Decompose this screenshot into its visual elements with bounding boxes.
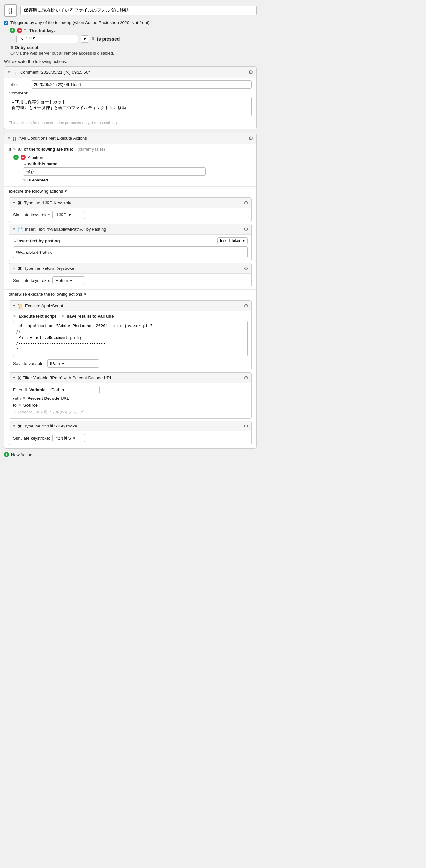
nested-keystroke-s-label: Type the ⌥⇧⌘S Keystroke [24, 424, 77, 429]
filter-sort: ⇅ [25, 388, 27, 392]
if-block-header: ▼ {} If All Conditions Met Execute Actio… [4, 133, 256, 144]
is-enabled-label: is enabled [27, 178, 48, 183]
applescript-triangle[interactable]: ▼ [12, 304, 15, 308]
nested-body-s: Simulate keystroke: ⌥⇧⌘S ▾ [9, 431, 252, 445]
nested-insert-header: ▼ 📄 Insert Text "%Variable%fPath%" by Pa… [9, 224, 252, 235]
key-value-1: ⇧⌘G [55, 212, 66, 217]
applescript-header: ▼ 📜 Execute AppleScript ⚙ [9, 301, 252, 311]
trigger-checkbox[interactable] [4, 21, 8, 25]
app-header: {} [4, 4, 257, 17]
simulate-label-3: Simulate keystroke: [13, 278, 50, 283]
with-sort: ⇅ [23, 396, 25, 400]
if-block: ▼ {} If All Conditions Met Execute Actio… [4, 133, 257, 449]
execute-triangle[interactable]: ▾ [65, 189, 67, 193]
if-keyword: If [9, 147, 11, 152]
insert-token-button[interactable]: Insert Token ▾ [217, 237, 248, 244]
nested-return-label: Type the Return Keystroke [24, 266, 74, 271]
nested-triangle-3[interactable]: ▼ [12, 267, 15, 270]
remove-condition-button[interactable]: − [21, 155, 26, 160]
to-value: Source [24, 403, 38, 408]
nested-insert-label: Insert Text "%Variable%fPath%" by Pastin… [25, 227, 106, 232]
pressed-sort-icon: ⇅ [92, 37, 94, 41]
nested-triangle-2[interactable]: ▼ [12, 227, 15, 231]
applescript-icon: 📜 [18, 303, 23, 309]
applescript-gear[interactable]: ⚙ [243, 303, 248, 309]
applescript-textarea[interactable]: tell application "Adobe Photoshop 2020" … [13, 320, 248, 356]
insert-icon: 📄 [18, 227, 23, 232]
filter-gear[interactable]: ⚙ [243, 375, 248, 381]
hotkey-dropdown-button[interactable]: ▾ [81, 35, 89, 43]
if-collapse-triangle[interactable]: ▼ [7, 136, 11, 140]
keystroke-select-s[interactable]: ⌥⇧⌘S ▾ [53, 434, 85, 442]
app-icon: {} [4, 4, 17, 17]
or-script-row: ⇅ Or by script. [10, 45, 257, 50]
insert-text-input[interactable] [13, 246, 248, 258]
comment-gear-button[interactable]: ⚙ [249, 69, 253, 75]
sort-icon: ⇅ [24, 28, 27, 33]
comment-textarea[interactable]: WEB用に保存ショートカット 保存時にもう一度押すと現在のファイルディレクトリに… [9, 97, 252, 116]
button-name-input[interactable] [23, 167, 205, 176]
comment-action-body: Title: Comment: WEB用に保存ショートカット 保存時にもう一度押… [4, 78, 256, 129]
execute-label: execute the following actions ▾ [4, 186, 256, 195]
key-dropdown-arrow-1[interactable]: ▾ [69, 212, 71, 217]
currently-false-label: (currently false) [78, 147, 105, 152]
hotkey-label: This hot key: [29, 28, 55, 33]
if-condition-row: If ⇅ all of the following are true: (cur… [4, 144, 256, 153]
filter-variable-value: fPath [51, 388, 60, 392]
nested-keystroke-label-1: Type the ⇧⌘G Keystroke [24, 200, 73, 205]
keystroke-select-1[interactable]: ⇧⌘G ▾ [53, 211, 85, 219]
filter-header: ▼ X Filter Variable "fPath" with Percent… [9, 373, 252, 383]
with-value-label: Percent Decode URL [27, 396, 69, 401]
path-placeholder: ~/Desktop/テスト用フォルダ/青フォルダ [13, 409, 248, 416]
execute-label-text: execute the following actions [9, 189, 63, 193]
title-field-input[interactable] [31, 81, 252, 89]
doc-note: This action is for documentation purpose… [9, 119, 252, 126]
nested-gear-3[interactable]: ⚙ [243, 265, 248, 271]
nested-gear-2[interactable]: ⚙ [243, 226, 248, 232]
exec-sort: ⇅ [13, 314, 16, 318]
comment-label: Comment: [9, 91, 252, 95]
nested-action-keystroke-opt-shift-cmd-s: ▼ ⌘ Type the ⌥⇧⌘S Keystroke ⚙ Simulate k… [9, 421, 252, 445]
hotkey-input[interactable] [16, 35, 78, 43]
save-var-dropdown[interactable]: fPath ▾ [47, 360, 99, 368]
filter-body: Filter ⇅ Variable fPath ▾ with ⇅ Percent… [9, 383, 252, 418]
will-execute-label: Will execute the following actions: [4, 59, 257, 64]
save-results-sort: ⇅ [62, 314, 64, 318]
key-dropdown-arrow-3[interactable]: ▾ [70, 278, 72, 283]
button-label: A button: [28, 155, 44, 160]
keystroke-icon-1: ⌘ [18, 200, 22, 206]
new-action-row: + New Action [4, 452, 257, 457]
otherwise-triangle[interactable]: ▾ [84, 291, 86, 297]
nested-body-1: Simulate keystroke: ⇧⌘G ▾ [9, 208, 252, 222]
collapse-triangle[interactable]: ▼ [7, 70, 11, 74]
nested-triangle-s[interactable]: ▼ [12, 424, 15, 428]
nested-gear-s[interactable]: ⚙ [243, 423, 248, 429]
nested-keystroke-s-header: ▼ ⌘ Type the ⌥⇧⌘S Keystroke ⚙ [9, 421, 252, 431]
add-hotkey-button[interactable]: + [10, 28, 15, 33]
workflow-title-input[interactable] [20, 5, 257, 15]
nested-body-3: Simulate keystroke: Return ▾ [9, 274, 252, 287]
comment-header-label: Comment "2020/05/21 (木) 09:15:56" [20, 69, 90, 75]
add-condition-button[interactable]: + [13, 155, 19, 160]
filter-triangle[interactable]: ▼ [12, 376, 15, 380]
nested-triangle-1[interactable]: ▼ [12, 201, 15, 205]
remove-hotkey-button[interactable]: − [17, 28, 22, 33]
condition-sort-icon: ⇅ [13, 147, 16, 151]
filter-variable-dropdown[interactable]: fPath ▾ [47, 386, 100, 394]
condition-item: + − A button: ⇅ with this name ⇅ is enab… [4, 153, 256, 186]
to-sort: ⇅ [19, 403, 22, 407]
title-field-row: Title: [9, 81, 252, 89]
new-action-button[interactable]: + [4, 452, 9, 457]
key-dropdown-arrow-s[interactable]: ▾ [73, 436, 75, 440]
insert-text-label: Insert text by pasting [17, 239, 60, 243]
keystroke-select-3[interactable]: Return ▾ [53, 276, 85, 284]
nested-action-filter: ▼ X Filter Variable "fPath" with Percent… [9, 372, 252, 419]
save-results-label: save results to variable [67, 314, 114, 319]
if-gear-button[interactable]: ⚙ [249, 135, 253, 142]
filter-label: Filter [13, 388, 23, 392]
nested-action-applescript: ▼ 📜 Execute AppleScript ⚙ ⇅ Execute text… [9, 301, 252, 370]
nested-action-keystroke-shift-cmd-g: ▼ ⌘ Type the ⇧⌘G Keystroke ⚙ Simulate ke… [9, 197, 252, 222]
keystroke-icon-s: ⌘ [18, 424, 22, 429]
nested-gear-1[interactable]: ⚙ [243, 200, 248, 206]
save-var-value: fPath [50, 361, 60, 366]
